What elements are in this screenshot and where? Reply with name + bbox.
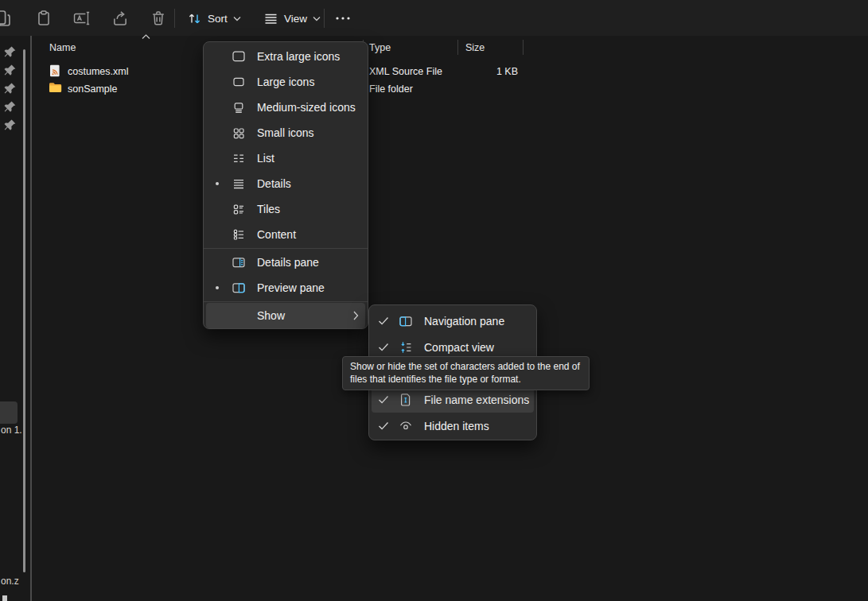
column-header-type[interactable]: Type [369, 38, 391, 57]
menu-separator [204, 248, 368, 249]
selected-indicator-dot [216, 286, 220, 290]
submenu-item-navigation-pane[interactable]: Navigation pane [372, 308, 534, 334]
nav-item-label-fragment[interactable]: on.z [1, 576, 19, 587]
menu-item-label: List [257, 152, 365, 165]
file-size: 1 KB [438, 63, 518, 80]
pushpin-icon[interactable] [3, 45, 21, 60]
view-menu: Extra large icons Large icons Medium-siz… [203, 41, 368, 329]
delete-button[interactable] [146, 6, 170, 30]
nav-item-fragment [2, 595, 7, 601]
menu-item-label: Details [257, 177, 365, 190]
file-explorer-window: { "colors": { "accent_blue": "#4CC2FF", … [0, 0, 868, 601]
checkmark-icon [372, 316, 395, 326]
chevron-down-icon [233, 16, 241, 21]
file-name: costumes.xml [68, 63, 128, 80]
sort-button[interactable]: Sort [182, 6, 246, 30]
small-icons-icon [228, 126, 249, 140]
sort-arrows-icon [187, 11, 202, 26]
menu-item-label: Large icons [257, 76, 365, 88]
navigation-pane-icon [395, 314, 416, 328]
rename-icon [73, 10, 91, 27]
menu-item-content[interactable]: Content [206, 222, 365, 247]
more-options-button[interactable] [331, 6, 355, 30]
compact-view-icon [395, 340, 416, 355]
column-resize-handle[interactable] [457, 40, 458, 55]
menu-item-details-pane[interactable]: Details pane [206, 250, 365, 275]
paste-button[interactable] [32, 6, 56, 30]
file-size [438, 80, 518, 98]
column-header-name[interactable]: Name [49, 38, 76, 57]
pushpin-icon[interactable] [3, 64, 21, 78]
column-resize-handle[interactable] [523, 40, 524, 55]
nav-pane-scrollbar[interactable] [23, 49, 25, 572]
menu-item-label: Small icons [257, 126, 365, 139]
folder-icon [49, 82, 62, 93]
nav-item-label-fragment[interactable]: on 1. [1, 425, 22, 436]
menu-item-tiles[interactable]: Tiles [206, 196, 365, 222]
file-name-extensions-icon [395, 393, 416, 407]
view-lines-icon [263, 11, 278, 26]
extra-large-icons-icon [228, 49, 249, 64]
details-view-icon [228, 176, 249, 191]
sort-button-label: Sort [208, 13, 228, 25]
menu-item-label: Tiles [257, 203, 365, 215]
menu-separator [204, 301, 368, 302]
menu-item-preview-pane[interactable]: Preview pane [206, 275, 365, 300]
view-button[interactable]: View [259, 6, 325, 30]
menu-item-extra-large-icons[interactable]: Extra large icons [206, 44, 365, 69]
list-view-icon [228, 151, 249, 165]
menu-item-details[interactable]: Details [206, 171, 365, 196]
pushpin-icon[interactable] [3, 100, 21, 114]
menu-item-show[interactable]: Show [206, 303, 365, 328]
tooltip: Show or hide the set of characters added… [342, 356, 590, 390]
column-header-size[interactable]: Size [465, 38, 485, 57]
pane-splitter[interactable] [30, 36, 32, 601]
share-icon [111, 10, 129, 27]
pushpin-icon[interactable] [3, 82, 21, 96]
more-ellipsis-icon [335, 16, 351, 21]
preview-pane-icon [228, 281, 249, 295]
xml-file-icon [49, 64, 60, 77]
share-button[interactable] [108, 6, 132, 30]
chevron-down-icon [313, 16, 321, 21]
toolbar-divider [174, 9, 175, 28]
menu-item-label: Details pane [257, 256, 365, 269]
checkmark-icon [372, 395, 395, 405]
submenu-item-label: Compact view [424, 341, 534, 354]
checkmark-icon [372, 343, 395, 352]
large-icons-icon [228, 75, 249, 89]
medium-icons-icon [228, 100, 249, 114]
menu-item-list[interactable]: List [206, 145, 365, 171]
menu-item-large-icons[interactable]: Large icons [206, 69, 365, 95]
submenu-item-label: Hidden items [424, 420, 534, 432]
details-pane-icon [228, 255, 249, 269]
menu-item-label: Content [257, 228, 365, 241]
submenu-item-label: File name extensions [424, 394, 534, 406]
copy-icon [0, 9, 12, 28]
file-name: sonSample [68, 80, 118, 98]
menu-item-label: Show [257, 309, 346, 322]
copy-button[interactable] [0, 6, 14, 30]
content-view-icon [228, 227, 249, 242]
menu-item-medium-sized-icons[interactable]: Medium-sized icons [206, 95, 365, 120]
paste-icon [35, 10, 53, 27]
toolbar-divider [324, 9, 325, 28]
pushpin-icon[interactable] [3, 118, 21, 133]
submenu-item-hidden-items[interactable]: Hidden items [372, 413, 534, 439]
sort-ascending-icon [142, 34, 150, 40]
delete-icon [150, 10, 167, 27]
rename-button[interactable] [70, 6, 94, 30]
menu-item-small-icons[interactable]: Small icons [206, 120, 365, 145]
menu-item-label: Extra large icons [257, 50, 365, 63]
chevron-right-icon [346, 311, 365, 320]
view-button-label: View [284, 13, 307, 25]
checkmark-icon [372, 421, 395, 431]
menu-item-label: Preview pane [257, 281, 365, 294]
hidden-items-icon [395, 419, 416, 433]
file-type: File folder [369, 80, 413, 98]
file-type: XML Source File [369, 63, 442, 80]
selected-indicator-dot [216, 182, 220, 186]
tooltip-text: Show or hide the set of characters added… [350, 361, 580, 385]
submenu-item-label: Navigation pane [424, 315, 534, 328]
nav-item-selected-fragment[interactable] [0, 401, 18, 424]
